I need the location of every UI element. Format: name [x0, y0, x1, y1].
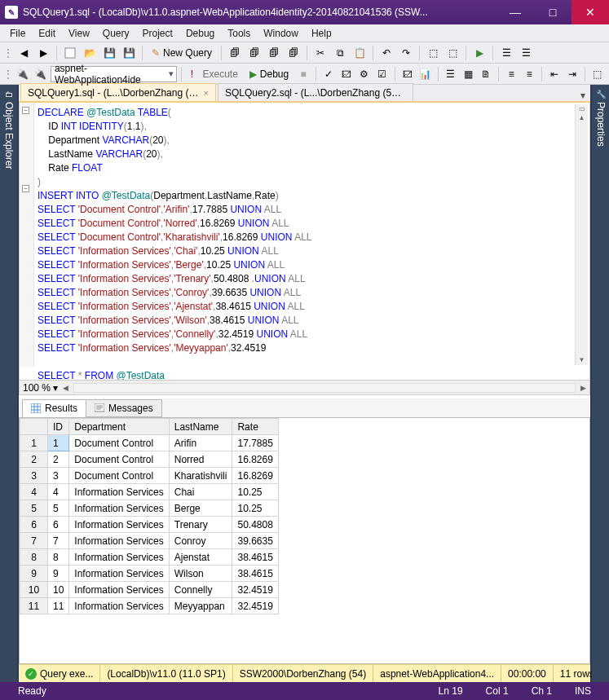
cell[interactable]: Information Services	[69, 533, 169, 549]
decrease-indent-button[interactable]: ⇤	[546, 65, 563, 83]
cell[interactable]: Ajenstat	[169, 549, 232, 566]
cell[interactable]: 10	[20, 582, 48, 598]
cell[interactable]: 10.25	[232, 484, 278, 500]
save-button[interactable]: 💾	[100, 44, 118, 62]
cell[interactable]: 10	[48, 582, 69, 598]
btn-d[interactable]: ☰	[517, 44, 535, 62]
table-row[interactable]: 11Document ControlArifin17.7885	[20, 435, 279, 451]
cell[interactable]: Chai	[169, 484, 232, 500]
include-plan-icon[interactable]: 🗠	[399, 65, 416, 83]
undo-button[interactable]: ↶	[377, 44, 395, 62]
cell[interactable]: Information Services	[69, 549, 169, 566]
execute-button[interactable]: ! Execute	[186, 67, 243, 81]
properties-tab[interactable]: 🔧Properties	[592, 85, 609, 682]
cell[interactable]: Information Services	[69, 500, 169, 517]
cell[interactable]: 11	[48, 598, 69, 614]
debug-button[interactable]: ▶Debug	[245, 67, 293, 81]
cell[interactable]: 16.8269	[232, 451, 278, 468]
cell[interactable]: Arifin	[169, 435, 232, 451]
menu-view[interactable]: View	[62, 26, 96, 41]
cell[interactable]: 11	[20, 598, 48, 614]
tab-overflow-button[interactable]: ▾	[576, 90, 590, 101]
results-grid[interactable]: IDDepartmentLastNameRate11Document Contr…	[19, 418, 590, 664]
menu-help[interactable]: Help	[305, 26, 338, 41]
vertical-scrollbar[interactable]: ▭ ▲ ▼	[575, 104, 588, 365]
cell[interactable]: 7	[48, 533, 69, 549]
cell[interactable]: Norred	[169, 451, 232, 468]
back-button[interactable]: ◀	[15, 44, 33, 62]
cell[interactable]: Document Control	[69, 468, 169, 484]
menu-debug[interactable]: Debug	[179, 26, 221, 41]
cancel-query-button[interactable]: ■	[295, 65, 311, 83]
cut-button[interactable]: ✂	[311, 44, 329, 62]
connect-button[interactable]: 🔌	[15, 65, 31, 83]
table-row[interactable]: 55Information ServicesBerge10.25	[20, 500, 279, 517]
tab-messages[interactable]: Messages	[86, 399, 162, 417]
menu-query[interactable]: Query	[96, 26, 136, 41]
redo-button[interactable]: ↷	[397, 44, 415, 62]
scroll-up-icon[interactable]: ▲	[576, 114, 588, 121]
cell[interactable]: Information Services	[69, 566, 169, 582]
tab-close-icon[interactable]: ×	[204, 88, 209, 98]
cell[interactable]: Kharatishvili	[169, 468, 232, 484]
cell[interactable]: 32.4519	[232, 582, 278, 598]
minimize-button[interactable]: —	[496, 0, 534, 24]
cell[interactable]: Information Services	[69, 484, 169, 500]
paste-button[interactable]: 📋	[351, 44, 368, 62]
cell[interactable]: 4	[48, 484, 69, 500]
change-connection-button[interactable]: 🔌	[33, 65, 49, 83]
menu-tools[interactable]: Tools	[221, 26, 257, 41]
cell[interactable]: Wilson	[169, 566, 232, 582]
close-button[interactable]: ✕	[571, 0, 609, 24]
mdx-query-icon[interactable]: 🗐	[245, 44, 263, 62]
cell[interactable]: 6	[48, 517, 69, 533]
column-header[interactable]: Department	[69, 419, 169, 435]
tab-results[interactable]: Results	[22, 399, 86, 417]
cell[interactable]: 16.8269	[232, 468, 278, 484]
cell[interactable]: Document Control	[69, 451, 169, 468]
cell[interactable]: 5	[20, 500, 48, 517]
horizontal-scrollbar[interactable]	[73, 383, 576, 393]
increase-indent-button[interactable]: ⇥	[564, 65, 580, 83]
cell[interactable]: 4	[20, 484, 48, 500]
open-button[interactable]: 📂	[81, 44, 99, 62]
cell[interactable]: 7	[20, 533, 48, 549]
btn-a[interactable]: ⬚	[424, 44, 442, 62]
cell[interactable]: 6	[20, 517, 48, 533]
document-tab[interactable]: SQLQuery2.sql - (L...\DorbenZhang (55))*	[218, 83, 413, 101]
new-project-button[interactable]	[61, 44, 79, 62]
table-row[interactable]: 88Information ServicesAjenstat38.4615	[20, 549, 279, 566]
column-header[interactable]	[20, 419, 48, 435]
cell[interactable]: Information Services	[69, 598, 169, 614]
cell[interactable]: 39.6635	[232, 533, 278, 549]
dmx-query-icon[interactable]: 🗐	[265, 44, 283, 62]
table-row[interactable]: 77Information ServicesConroy39.6635	[20, 533, 279, 549]
cell[interactable]: 8	[20, 549, 48, 566]
btn-c[interactable]: ☰	[497, 44, 515, 62]
table-row[interactable]: 1010Information ServicesConnelly32.4519	[20, 582, 279, 598]
document-tab[interactable]: SQLQuery1.sql - (L...\DorbenZhang (54))*…	[20, 83, 216, 101]
query-options-icon[interactable]: ⚙	[356, 65, 373, 83]
cell[interactable]: 1	[20, 435, 48, 451]
cell[interactable]: 38.4615	[232, 566, 278, 582]
results-grid-icon[interactable]: ▦	[461, 65, 477, 83]
menu-edit[interactable]: Edit	[32, 26, 62, 41]
cell[interactable]: 2	[20, 451, 48, 468]
table-row[interactable]: 22Document ControlNorred16.8269	[20, 451, 279, 468]
parse-button[interactable]: ✓	[320, 65, 337, 83]
zoom-combo[interactable]: 100 % ▾	[23, 382, 58, 394]
cell[interactable]: 5	[48, 500, 69, 517]
menu-window[interactable]: Window	[257, 26, 305, 41]
results-text-icon[interactable]: ☰	[443, 65, 459, 83]
column-header[interactable]: ID	[48, 419, 69, 435]
uncomment-button[interactable]: ≡	[521, 65, 537, 83]
new-query-button[interactable]: ✎New Query	[147, 46, 217, 60]
fold-icon[interactable]: −	[22, 107, 29, 114]
cell[interactable]: Berge	[169, 500, 232, 517]
results-file-icon[interactable]: 🗎	[478, 65, 494, 83]
column-header[interactable]: Rate	[232, 419, 278, 435]
table-row[interactable]: 44Information ServicesChai10.25	[20, 484, 279, 500]
cell[interactable]: 1	[48, 435, 69, 451]
table-row[interactable]: 33Document ControlKharatishvili16.8269	[20, 468, 279, 484]
save-all-button[interactable]: 💾	[120, 44, 138, 62]
